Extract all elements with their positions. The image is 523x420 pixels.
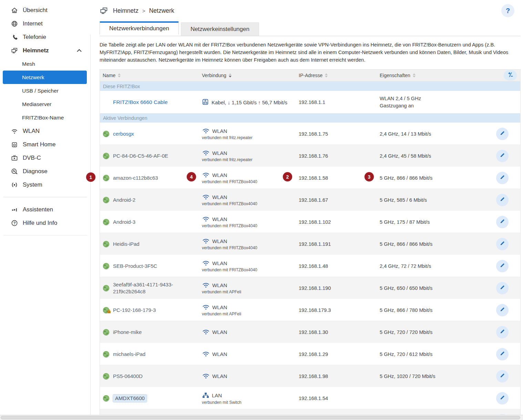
edit-button[interactable] (496, 194, 509, 206)
device-name[interactable]: AMDXT6600 (113, 395, 147, 402)
sidebar-item-dvb-c[interactable]: DVB-C (0, 151, 90, 165)
table-row: 3eefaf9f-a361-4171-9433-21f9c2b264c8 WLA… (100, 277, 520, 299)
sidebar-item-assistenten[interactable]: Assistenten (0, 203, 90, 216)
device-status-icon (103, 175, 110, 181)
column-header-ip-adresse[interactable]: IP-Adresse (297, 73, 378, 78)
sort-icon (118, 73, 121, 77)
globe-icon (10, 20, 19, 28)
sidebar-item-telefonie[interactable]: Telefonie (0, 30, 90, 44)
ip-address: 192.168.1.75 (299, 131, 328, 137)
annotation-badge-3: 3 (365, 172, 374, 181)
name-cell: iPhone-mike (100, 321, 198, 343)
wifi-icon (202, 282, 210, 289)
fritzbox-row: FRITZ!Box 6660 Cable Kabel, ↓ 1,15 Gbit/… (100, 91, 520, 113)
ip-cell: 192.168.1.67 (297, 189, 378, 211)
pencil-icon (499, 196, 506, 204)
column-header-name[interactable]: Name (100, 73, 198, 78)
device-name[interactable]: 3eefaf9f-a361-4171-9433-21f9c2b264c8 (113, 281, 181, 295)
pencil-icon (499, 372, 506, 380)
horizontal-scrollbar[interactable] (0, 415, 523, 420)
network-table: Name Verbindung IP-Adresse Eigenschaften (100, 69, 521, 420)
annotation-badge-1: 1 (86, 172, 95, 182)
edit-button[interactable] (496, 172, 509, 184)
connection-line: LAN (202, 392, 297, 399)
sidebar-item-mediaserver[interactable]: Mediaserver (3, 97, 87, 111)
scrollbar-thumb[interactable] (1, 416, 520, 419)
plus-minus-icon (507, 71, 514, 80)
home-icon (10, 6, 19, 14)
column-settings-button[interactable] (504, 70, 517, 81)
table-row: Heidis-iPad WLAN verbunden mit FRITZBox4… (100, 233, 520, 255)
sidebar-item-netzwerk[interactable]: Netzwerk (3, 71, 87, 84)
properties: 5 GHz, 1020 / 720 Mbit/s (380, 374, 435, 379)
edit-button[interactable] (496, 238, 509, 250)
breadcrumb-heimnetz[interactable]: Heimnetz (113, 7, 139, 14)
connection-cell: WLAN (198, 321, 297, 343)
properties: 2,4 GHz, 72 / 72 Mbit/s (380, 263, 431, 269)
sort-icon (325, 73, 328, 77)
edit-button[interactable] (496, 370, 509, 382)
wifi-icon (202, 329, 210, 336)
actions-cell (484, 211, 520, 233)
device-name[interactable]: PC-84-D6-C5-46-AF-0E (113, 153, 168, 159)
sidebar-item-label: Internet (23, 20, 43, 27)
device-name[interactable]: Heidis-iPad (113, 241, 140, 248)
ip-cell: 192.168.1.54 (297, 387, 378, 409)
edit-button[interactable] (496, 260, 509, 272)
pencil-icon (499, 394, 506, 402)
fritzbox-name-link[interactable]: FRITZ!Box 6660 Cable (100, 99, 198, 105)
name-cell: PC-192-168-179-3 (100, 299, 198, 321)
column-header-eigenschaften[interactable]: Eigenschaften (378, 73, 484, 78)
sidebar-item-uebersicht[interactable]: Übersicht (0, 3, 90, 17)
sidebar-item-hilfe-und-info[interactable]: Hilfe und Info (0, 216, 90, 230)
edit-button[interactable] (496, 216, 509, 228)
wifi-icon (202, 128, 210, 135)
connection-line: WLAN (202, 194, 297, 201)
edit-button[interactable] (496, 392, 509, 405)
tab-netzwerkeinstellungen[interactable]: Netzwerkeinstellungen (181, 22, 259, 36)
actions-cell (484, 299, 520, 321)
help-circle-icon (10, 219, 19, 227)
sidebar-item-wlan[interactable]: WLAN (0, 124, 90, 138)
sidebar-item-fritzbox-name[interactable]: FRITZ!Box-Name (3, 111, 87, 124)
sidebar-item-diagnose[interactable]: Diagnose (0, 165, 90, 178)
pencil-icon (499, 218, 506, 226)
sidebar-item-mesh[interactable]: Mesh (3, 57, 87, 71)
help-button[interactable]: ? (501, 4, 514, 17)
edit-button[interactable] (496, 348, 509, 360)
sidebar-item-internet[interactable]: Internet (0, 17, 90, 30)
edit-button[interactable] (496, 282, 509, 294)
sidebar-item-heimnetz[interactable]: Heimnetz (0, 44, 90, 57)
column-header-verbindung[interactable]: Verbindung (198, 73, 297, 78)
sidebar-item-smart-home[interactable]: Smart Home (0, 138, 90, 151)
ip-cell: 192.168.1.30 (297, 321, 378, 343)
sidebar-item-system[interactable]: System (0, 178, 90, 191)
edit-button[interactable] (496, 326, 509, 338)
device-name[interactable]: PS5-06400D (113, 373, 143, 380)
device-name[interactable]: PC-192-168-179-3 (113, 307, 156, 314)
ip-address: 192.168.1.67 (299, 197, 328, 203)
device-name[interactable]: Android-2 (113, 197, 135, 203)
device-name[interactable]: amazon-c112b8c63 (113, 175, 158, 181)
globe-device-icon (103, 373, 110, 380)
sidebar-item-label: System (23, 181, 42, 188)
column-label: Eigenschaften (380, 73, 410, 78)
edit-button[interactable] (496, 150, 509, 162)
connection-line: WLAN (202, 304, 297, 311)
actions-cell (484, 343, 520, 365)
tab-netzwerkverbindungen[interactable]: Netzwerkverbindungen (100, 21, 179, 35)
device-name[interactable]: Android-3 (113, 219, 135, 225)
device-name[interactable]: SEB-Product-3F5C (113, 263, 157, 270)
device-name[interactable]: michaels-iPad (113, 351, 145, 358)
connection-cell: WLAN (198, 365, 297, 387)
device-name[interactable]: cerbosgx (113, 130, 134, 137)
properties-cell: 2,4 GHz, 72 / 72 Mbit/s (378, 255, 484, 277)
sidebar-item-usb-speicher[interactable]: USB / Speicher (3, 84, 87, 97)
properties-cell: 5 GHz, 866 / 780 Mbit/s (378, 299, 484, 321)
edit-button[interactable] (496, 304, 509, 316)
device-status-icon (103, 241, 110, 248)
device-name[interactable]: iPhone-mike (113, 329, 142, 336)
connection-cell: WLAN verbunden mit APFeli (198, 277, 297, 299)
edit-button[interactable] (496, 128, 509, 140)
ip-cell: 192.168.1.98 (297, 365, 378, 387)
